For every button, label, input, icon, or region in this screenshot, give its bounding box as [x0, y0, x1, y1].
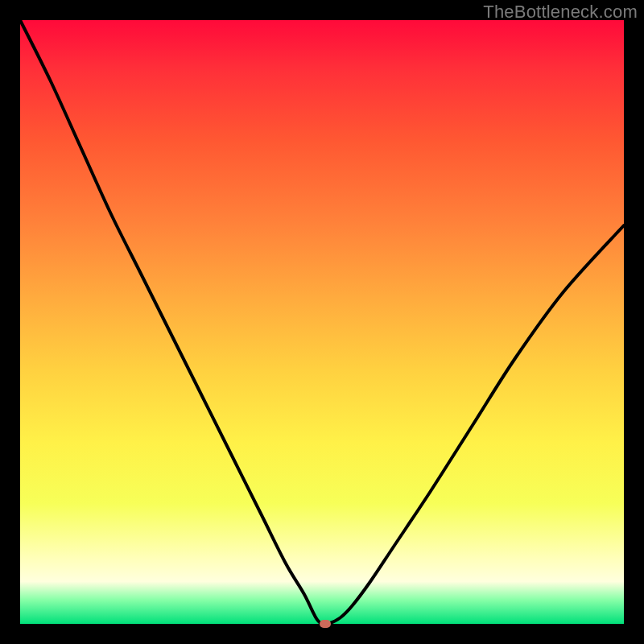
chart-frame: TheBottleneck.com: [0, 0, 644, 644]
watermark-label: TheBottleneck.com: [483, 2, 638, 23]
optimal-point-marker: [320, 620, 331, 628]
bottleneck-curve: [20, 20, 624, 624]
